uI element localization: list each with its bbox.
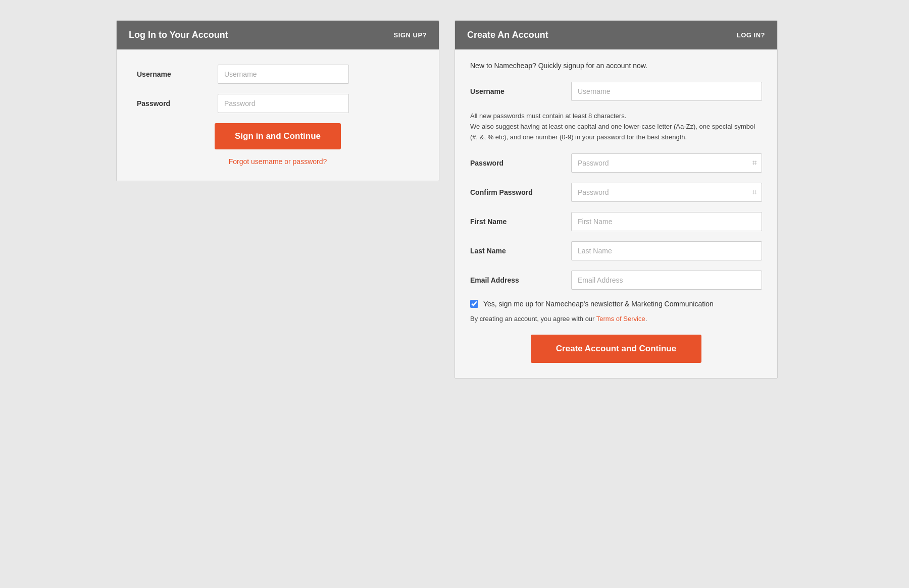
signup-panel: Create An Account LOG IN? New to Nameche…	[454, 20, 778, 379]
login-panel-header: Log In to Your Account SIGN UP?	[117, 21, 439, 49]
login-panel-title: Log In to Your Account	[129, 30, 228, 40]
signup-lastname-label: Last Name	[470, 247, 571, 255]
terms-text: By creating an account, you agree with o…	[470, 315, 762, 323]
signup-panel-header: Create An Account LOG IN?	[455, 21, 777, 49]
login-signup-link[interactable]: SIGN UP?	[394, 31, 427, 39]
signup-intro: New to Namecheap? Quickly signup for an …	[470, 62, 762, 70]
newsletter-checkbox[interactable]	[470, 300, 478, 308]
signup-password-input[interactable]	[571, 153, 762, 173]
signup-password-wrapper: ⌗	[571, 153, 762, 173]
signup-email-input[interactable]	[571, 271, 762, 290]
signup-firstname-input[interactable]	[571, 212, 762, 231]
terms-text-before: By creating an account, you agree with o…	[470, 315, 596, 323]
login-panel-body: Username Password Sign in and Continue F…	[117, 49, 439, 181]
signup-lastname-input[interactable]	[571, 241, 762, 260]
signup-password-row: Password ⌗	[470, 153, 762, 173]
signup-firstname-label: First Name	[470, 218, 571, 226]
signup-panel-title: Create An Account	[467, 30, 548, 40]
signup-confirm-password-input[interactable]	[571, 183, 762, 202]
signup-password-label: Password	[470, 159, 571, 167]
signup-lastname-row: Last Name	[470, 241, 762, 260]
signup-email-label: Email Address	[470, 276, 571, 284]
signup-username-label: Username	[470, 87, 571, 95]
login-password-label: Password	[137, 99, 218, 108]
signup-panel-body: New to Namecheap? Quickly signup for an …	[455, 49, 777, 378]
login-username-label: Username	[137, 70, 218, 78]
signup-username-input[interactable]	[571, 82, 762, 101]
login-username-row: Username	[137, 65, 419, 84]
signup-confirm-password-row: Confirm Password ⌗	[470, 183, 762, 202]
login-panel: Log In to Your Account SIGN UP? Username…	[116, 20, 439, 181]
terms-of-service-link[interactable]: Terms of Service	[596, 315, 645, 323]
signup-username-row: Username	[470, 82, 762, 101]
signup-login-link[interactable]: LOG IN?	[737, 31, 765, 39]
newsletter-checkbox-label: Yes, sign me up for Namecheap's newslett…	[483, 300, 714, 308]
forgot-link[interactable]: Forgot username or password?	[229, 157, 327, 166]
password-eye-icon[interactable]: ⌗	[752, 158, 757, 168]
signup-confirm-password-label: Confirm Password	[470, 188, 571, 196]
password-hint: All new passwords must contain at least …	[470, 111, 762, 142]
signup-email-row: Email Address	[470, 271, 762, 290]
signup-confirm-password-wrapper: ⌗	[571, 183, 762, 202]
terms-text-after: .	[645, 315, 647, 323]
confirm-password-eye-icon[interactable]: ⌗	[752, 188, 757, 197]
signin-button[interactable]: Sign in and Continue	[215, 123, 341, 149]
page-wrapper: Log In to Your Account SIGN UP? Username…	[116, 20, 793, 379]
login-password-input[interactable]	[218, 94, 349, 113]
create-account-wrapper: Create Account and Continue	[470, 335, 762, 363]
signup-firstname-row: First Name	[470, 212, 762, 231]
login-actions: Sign in and Continue Forgot username or …	[137, 123, 419, 166]
login-password-row: Password	[137, 94, 419, 113]
login-username-input[interactable]	[218, 65, 349, 84]
newsletter-checkbox-row: Yes, sign me up for Namecheap's newslett…	[470, 300, 762, 308]
create-account-button[interactable]: Create Account and Continue	[531, 335, 701, 363]
